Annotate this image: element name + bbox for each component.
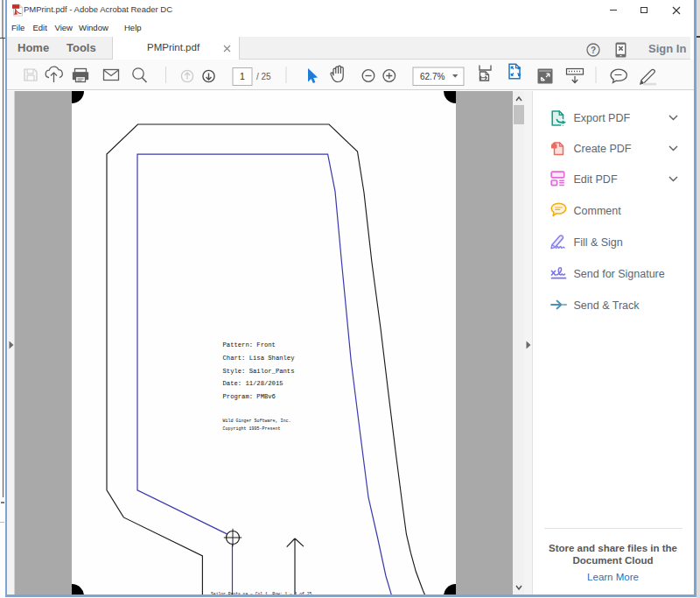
svg-text:Sailor_Pants.pa – Col 1, Row:: Sailor_Pants.pa – Col 1, Row: 1 – 1 of 2… <box>211 592 312 594</box>
svg-text:Chart: Lisa Shanley: Chart: Lisa Shanley <box>223 355 296 362</box>
svg-text:Style: Sailor_Pants: Style: Sailor_Pants <box>223 368 295 375</box>
svg-text:?: ? <box>591 45 596 54</box>
svg-text:Program: PMBv6: Program: PMBv6 <box>223 393 276 400</box>
svg-text:Copyright 1995-Present: Copyright 1995-Present <box>223 426 281 432</box>
svg-text:62.7%: 62.7% <box>420 72 444 81</box>
svg-text:/ 25: / 25 <box>256 72 271 81</box>
svg-text:1: 1 <box>240 71 245 81</box>
svg-text:Wild Ginger Software, Inc.: Wild Ginger Software, Inc. <box>223 419 291 424</box>
svg-text:Pattern: Front: Pattern: Front <box>223 341 276 348</box>
svg-text:Date: 11/28/2015: Date: 11/28/2015 <box>223 380 284 387</box>
